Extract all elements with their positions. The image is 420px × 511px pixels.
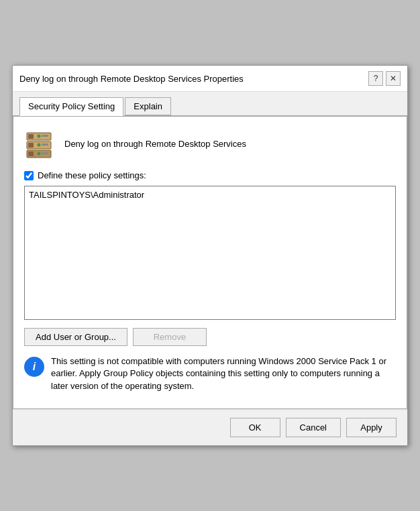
svg-point-2 [38, 135, 41, 138]
title-bar: Deny log on through Remote Desktop Servi… [13, 66, 407, 92]
info-icon: i [24, 357, 44, 377]
close-button[interactable]: ✕ [386, 71, 401, 86]
apply-button[interactable]: Apply [346, 418, 397, 437]
tab-explain[interactable]: Explain [125, 97, 171, 115]
help-button[interactable]: ? [368, 71, 383, 86]
svg-rect-7 [42, 144, 48, 146]
define-policy-row: Define these policy settings: [24, 170, 396, 180]
remove-button[interactable]: Remove [133, 328, 207, 346]
title-bar-buttons: ? ✕ [368, 71, 401, 86]
define-policy-checkbox[interactable] [24, 171, 34, 180]
svg-rect-5 [28, 143, 34, 148]
dialog-window: Deny log on through Remote Desktop Servi… [12, 65, 408, 446]
server-icon [24, 127, 56, 160]
info-text: This setting is not compatible with comp… [51, 355, 396, 392]
policy-title: Deny log on through Remote Desktop Servi… [64, 139, 246, 149]
dialog-title: Deny log on through Remote Desktop Servi… [19, 74, 244, 84]
ok-button[interactable]: OK [230, 418, 280, 437]
list-item: TAILSPINTOYS\Administrator [28, 189, 392, 201]
tab-bar: Security Policy Setting Explain [13, 92, 407, 116]
svg-point-6 [38, 144, 41, 147]
svg-rect-3 [42, 135, 48, 137]
svg-rect-9 [28, 152, 34, 156]
svg-point-10 [38, 152, 41, 156]
info-box: i This setting is not compatible with co… [24, 355, 396, 392]
cancel-button[interactable]: Cancel [286, 418, 341, 437]
svg-rect-11 [42, 152, 48, 154]
add-user-or-group-button[interactable]: Add User or Group... [24, 328, 127, 346]
define-policy-label[interactable]: Define these policy settings: [38, 170, 146, 180]
policy-list-box[interactable]: TAILSPINTOYS\Administrator [24, 186, 396, 320]
action-buttons: Add User or Group... Remove [24, 328, 396, 346]
tab-security-policy-setting[interactable]: Security Policy Setting [19, 97, 123, 116]
svg-rect-1 [28, 134, 34, 139]
content-area: Deny log on through Remote Desktop Servi… [13, 116, 407, 409]
policy-header: Deny log on through Remote Desktop Servi… [24, 127, 396, 160]
dialog-footer: OK Cancel Apply [13, 409, 407, 445]
